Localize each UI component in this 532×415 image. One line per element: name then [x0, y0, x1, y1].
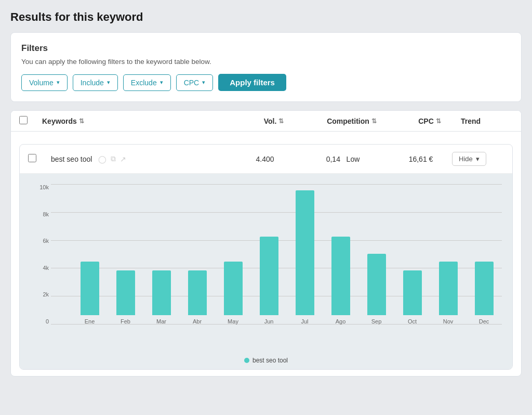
y-label-10k: 10k	[30, 184, 49, 190]
chart-bar	[331, 237, 350, 315]
chart-bar	[224, 262, 243, 315]
chart-bar	[116, 270, 135, 315]
competition-value: 0,14 Low	[296, 155, 390, 163]
y-label-2k: 2k	[30, 291, 49, 297]
filters-title: Filters	[21, 43, 511, 54]
chart-bar	[439, 262, 458, 315]
cpc-sort-icon[interactable]: ⇅	[436, 118, 441, 125]
chart-bar	[475, 262, 494, 315]
chart-bar-group: Jul	[287, 190, 323, 325]
chart-bar-label: Dec	[479, 318, 489, 325]
include-chevron-icon: ▾	[107, 79, 110, 86]
apply-filters-button[interactable]: Apply filters	[218, 74, 286, 91]
header-checkbox-cell	[19, 116, 42, 126]
chart-bars: EneFebMarAbrMayJunJulAgoSepOctNovDec	[72, 184, 502, 325]
keyword-link-icon[interactable]: ↗	[120, 155, 126, 163]
chart-bar-group: Abr	[179, 270, 215, 325]
include-filter-button[interactable]: Include ▾	[73, 74, 118, 91]
cpc-filter-label: CPC	[184, 79, 200, 87]
y-axis: 0 2k 4k 6k 8k 10k	[30, 184, 49, 325]
volume-filter-label: Volume	[29, 79, 54, 87]
chart-bar-label: Ene	[85, 318, 95, 325]
chart-bar-label: Sep	[371, 318, 382, 325]
chart-bar	[188, 270, 207, 315]
competition-sort-icon[interactable]: ⇅	[371, 118, 377, 125]
legend-dot	[244, 358, 249, 363]
keyword-name: best seo tool	[51, 155, 92, 163]
chart-bar-label: Jun	[264, 318, 274, 325]
volume-sort-icon[interactable]: ⇅	[278, 118, 284, 125]
competition-column-header: Competition ⇅	[305, 117, 398, 125]
keyword-cell: best seo tool ◯ ⧉ ↗	[51, 154, 234, 163]
include-filter-label: Include	[81, 79, 104, 87]
chart-bar-group: Mar	[143, 270, 179, 325]
hide-label: Hide	[459, 155, 473, 163]
filters-card: Filters You can apply the following filt…	[10, 32, 522, 102]
trend-column-header: Trend	[461, 117, 513, 125]
filters-description: You can apply the following filters to t…	[21, 58, 511, 66]
chart-bar-label: Ago	[336, 318, 346, 325]
chart-bar-group: May	[215, 262, 251, 325]
keyword-row-inner: best seo tool ◯ ⧉ ↗ 4.400 0,14 Low 16,61…	[20, 145, 512, 174]
cpc-column-header: CPC ⇅	[398, 117, 461, 125]
keyword-circle-icon[interactable]: ◯	[98, 155, 107, 163]
table-row: best seo tool ◯ ⧉ ↗ 4.400 0,14 Low 16,61…	[19, 144, 513, 370]
hide-button[interactable]: Hide ▾	[452, 152, 486, 166]
chart-bar-label: May	[228, 318, 238, 325]
volume-filter-button[interactable]: Volume ▾	[21, 74, 68, 91]
chart-bar-label: Nov	[443, 318, 454, 325]
legend-label: best seo tool	[252, 357, 288, 364]
chart-bar-group: Ago	[323, 237, 358, 325]
results-card: Keywords ⇅ Vol. ⇅ Competition ⇅ CPC ⇅ Tr…	[10, 110, 522, 377]
volume-value: 4.400	[234, 155, 296, 163]
volume-chevron-icon: ▾	[57, 79, 60, 86]
chart-bar-group: Ene	[72, 262, 108, 325]
chart-bar-label: Oct	[408, 318, 417, 325]
y-label-4k: 4k	[30, 265, 49, 271]
y-label-0: 0	[30, 318, 49, 325]
table-body: best seo tool ◯ ⧉ ↗ 4.400 0,14 Low 16,61…	[11, 132, 521, 376]
chart-bar-label: Abr	[193, 318, 202, 325]
cpc-filter-button[interactable]: CPC ▾	[176, 74, 214, 91]
chart-bar	[296, 190, 314, 315]
cpc-chevron-icon: ▾	[202, 79, 205, 86]
chart-bar	[260, 237, 278, 315]
cpc-value: 16,61 €	[390, 155, 452, 163]
chart-bar-group: Oct	[394, 270, 430, 325]
chart-bar	[403, 270, 422, 315]
chart-bar	[367, 254, 386, 315]
chart-bar-group: Dec	[466, 262, 502, 325]
chart-bar	[81, 262, 99, 315]
keywords-sort-icon[interactable]: ⇅	[79, 118, 84, 125]
trend-chart: 0 2k 4k 6k 8k 10k	[20, 174, 512, 369]
chart-bar-group: Feb	[108, 270, 143, 325]
exclude-filter-button[interactable]: Exclude ▾	[123, 74, 171, 91]
chart-bar-label: Mar	[156, 318, 166, 325]
exclude-filter-label: Exclude	[131, 79, 157, 87]
chart-bar	[152, 270, 171, 315]
keyword-action-icons: ◯ ⧉ ↗	[98, 154, 126, 163]
keyword-copy-icon[interactable]: ⧉	[111, 154, 116, 163]
row-checkbox-cell	[28, 154, 51, 164]
volume-column-header: Vol. ⇅	[243, 117, 305, 125]
chart-bar-group: Jun	[251, 237, 287, 325]
chart-bar-group: Nov	[430, 262, 466, 325]
exclude-chevron-icon: ▾	[160, 79, 163, 86]
chart-bar-group: Sep	[358, 254, 394, 325]
chart-bar-label: Jul	[301, 318, 308, 325]
page-title: Results for this keyword	[10, 10, 522, 24]
hide-button-cell: Hide ▾	[452, 152, 504, 166]
select-all-checkbox[interactable]	[19, 116, 28, 124]
table-header: Keywords ⇅ Vol. ⇅ Competition ⇅ CPC ⇅ Tr…	[11, 111, 521, 132]
filter-row: Volume ▾ Include ▾ Exclude ▾ CPC ▾ Apply…	[21, 74, 511, 91]
chart-bar-label: Feb	[121, 318, 130, 325]
hide-chevron-icon: ▾	[476, 155, 480, 163]
y-label-8k: 8k	[30, 211, 49, 217]
row-checkbox[interactable]	[28, 154, 36, 162]
keywords-column-header: Keywords ⇅	[42, 117, 243, 125]
y-label-6k: 6k	[30, 238, 49, 244]
chart-legend: best seo tool	[30, 357, 502, 364]
chart-container: 0 2k 4k 6k 8k 10k	[30, 184, 502, 351]
